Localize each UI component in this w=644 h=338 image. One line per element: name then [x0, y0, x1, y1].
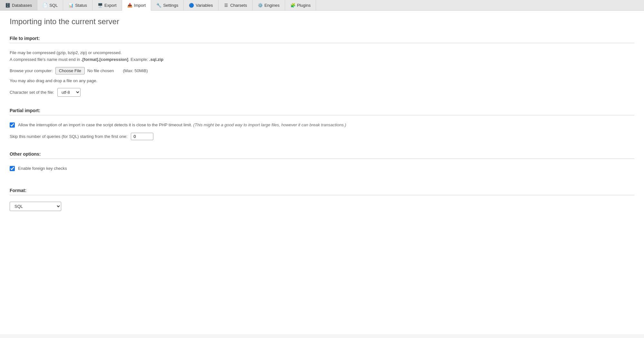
format-section: Format: SQL CSV CSV using LOAD DATA ODS …	[10, 188, 634, 213]
max-size-text: (Max: 50MiB)	[123, 68, 148, 73]
sql-icon: 📄	[43, 3, 48, 8]
tab-plugins[interactable]: 🧩 Plugins	[285, 0, 316, 10]
charset-select[interactable]: utf-8 utf-16 latin1 ascii utf-32	[57, 88, 81, 97]
file-to-import-header: File to import:	[10, 36, 634, 43]
drag-drop-text: You may also drag and drop a file on any…	[10, 78, 634, 83]
charsets-icon: ☰	[224, 3, 229, 8]
file-to-import-content: File may be compressed (gzip, bzip2, zip…	[10, 48, 634, 98]
allow-interrupt-label: Allow the interruption of an import in c…	[18, 122, 346, 128]
tab-charsets[interactable]: ☰ Charsets	[218, 0, 253, 10]
skip-queries-row: Skip this number of queries (for SQL) st…	[10, 133, 634, 140]
allow-interrupt-row: Allow the interruption of an import in c…	[10, 122, 634, 128]
foreign-key-label: Enable foreign key checks	[18, 165, 67, 172]
tab-databases[interactable]: 🗄️ Databases	[0, 0, 37, 10]
export-icon: 🖥️	[98, 3, 103, 8]
partial-import-header: Partial import:	[10, 108, 634, 115]
other-options-content: Enable foreign key checks	[10, 164, 634, 178]
other-options-section: Other options: Enable foreign key checks	[10, 151, 634, 178]
tab-import[interactable]: 📥 Import	[122, 0, 151, 11]
format-header: Format:	[10, 188, 634, 195]
allow-interrupt-checkbox[interactable]	[10, 122, 15, 128]
skip-queries-input[interactable]	[131, 133, 153, 140]
plugins-icon: 🧩	[290, 3, 295, 8]
tab-status[interactable]: 📊 Status	[63, 0, 92, 10]
partial-import-content: Allow the interruption of an import in c…	[10, 120, 634, 142]
tab-settings[interactable]: 🔧 Settings	[151, 0, 184, 10]
browse-label: Browse your computer:	[10, 68, 53, 73]
settings-icon: 🔧	[156, 3, 161, 8]
main-content: Importing into the current server File t…	[0, 11, 644, 334]
file-to-import-section: File to import: File may be compressed (…	[10, 36, 634, 98]
charset-label: Character set of the file:	[10, 90, 54, 95]
tab-variables[interactable]: 🔵 Variables	[184, 0, 218, 10]
other-options-header: Other options:	[10, 151, 634, 159]
no-file-chosen-text: No file chosen	[87, 68, 114, 73]
foreign-key-row: Enable foreign key checks	[10, 165, 634, 172]
foreign-key-checkbox[interactable]	[10, 166, 15, 171]
partial-import-section: Partial import: Allow the interruption o…	[10, 108, 634, 142]
engines-icon: ⚙️	[258, 3, 263, 8]
page-title: Importing into the current server	[10, 17, 634, 26]
info-text-compression: File may be compressed (gzip, bzip2, zip…	[10, 50, 634, 63]
tab-sql[interactable]: 📄 SQL	[37, 0, 63, 10]
tab-export[interactable]: 🖥️ Export	[92, 0, 122, 10]
format-select[interactable]: SQL CSV CSV using LOAD DATA ODS Excel 97…	[10, 202, 61, 211]
top-navigation: 🗄️ Databases 📄 SQL 📊 Status 🖥️ Export 📥 …	[0, 0, 644, 11]
databases-icon: 🗄️	[5, 3, 10, 8]
format-content: SQL CSV CSV using LOAD DATA ODS Excel 97…	[10, 200, 634, 213]
variables-icon: 🔵	[189, 3, 194, 8]
tab-engines[interactable]: ⚙️ Engines	[253, 0, 285, 10]
import-icon: 📥	[127, 3, 132, 8]
file-browse-row: Browse your computer: Choose File No fil…	[10, 67, 634, 74]
charset-row: Character set of the file: utf-8 utf-16 …	[10, 88, 634, 97]
status-icon: 📊	[68, 3, 73, 8]
choose-file-button[interactable]: Choose File	[55, 67, 85, 74]
skip-queries-label: Skip this number of queries (for SQL) st…	[10, 134, 128, 139]
